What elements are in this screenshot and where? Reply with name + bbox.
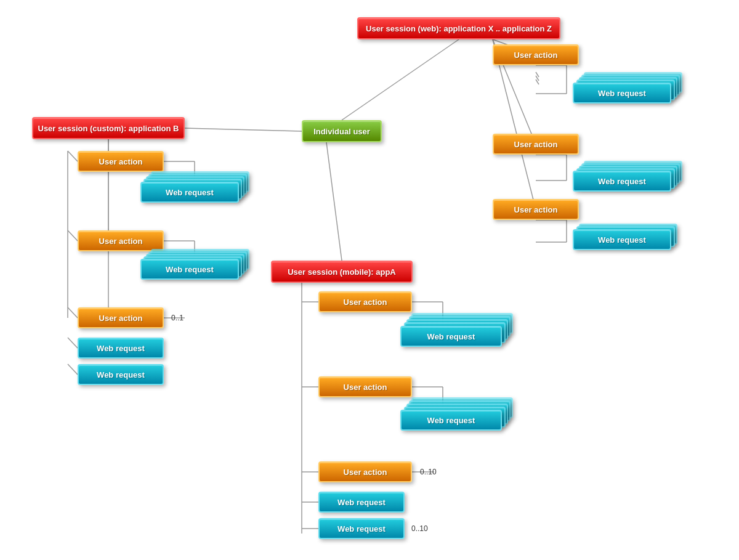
ua-custom2-label: User action [99,237,143,246]
wr-mobile2-front[interactable]: Web request [400,410,502,431]
multiplicity-custom3: 0..1 [171,314,184,322]
session-mobile-label: User session (mobile): appA [288,267,396,277]
wr-mobile2-label: Web request [427,416,475,425]
svg-line-32 [68,338,78,348]
session-web-label: User session (web): application X .. app… [366,24,552,33]
wr-custom3b-label: Web request [97,370,145,379]
svg-line-2 [326,142,342,261]
individual-user-label: Individual user [313,127,370,136]
wr-custom1-label: Web request [166,188,214,197]
ua-web2-label: User action [514,140,558,149]
wr-mobile3a[interactable]: Web request [318,492,405,513]
ua-mobile3-node[interactable]: User action [318,461,412,482]
wr-web2-label: Web request [598,177,646,186]
ua-custom3-label: User action [99,314,143,323]
wr-mobile3b-label: Web request [337,524,386,534]
svg-line-33 [68,364,78,375]
svg-line-9 [536,72,539,77]
ua-custom3-node[interactable]: User action [78,307,164,328]
wr-custom3b[interactable]: Web request [78,364,164,385]
wr-mobile3b[interactable]: Web request [318,518,405,539]
wr-mobile3a-label: Web request [337,498,386,507]
session-web-node[interactable]: User session (web): application X .. app… [357,17,560,39]
svg-line-11 [536,79,539,84]
session-custom-node[interactable]: User session (custom): application B [32,117,185,139]
svg-line-1 [185,128,302,131]
ua-mobile1-label: User action [344,298,387,307]
ua-custom2-node[interactable]: User action [78,230,164,251]
svg-line-10 [536,76,539,81]
ua-custom1-node[interactable]: User action [78,151,164,172]
svg-line-23 [68,230,78,241]
wr-custom1-front[interactable]: Web request [140,182,239,203]
session-custom-label: User session (custom): application B [38,124,179,133]
ua-mobile1-node[interactable]: User action [318,291,412,312]
ua-web3-label: User action [514,205,558,214]
ua-web2-node[interactable]: User action [493,134,579,155]
ua-mobile2-label: User action [344,383,387,392]
session-mobile-node[interactable]: User session (mobile): appA [271,261,413,283]
wr-custom2-front[interactable]: Web request [140,259,239,280]
svg-line-0 [342,39,459,120]
ua-mobile2-node[interactable]: User action [318,376,412,397]
ua-web3-node[interactable]: User action [493,199,579,220]
wr-custom3a[interactable]: Web request [78,338,164,359]
ua-mobile3-label: User action [344,468,387,477]
wr-custom3a-label: Web request [97,344,145,353]
svg-line-22 [68,151,78,161]
ua-custom1-label: User action [99,157,143,166]
wr-web3-label: Web request [598,235,646,245]
wr-web1-front[interactable]: Web request [573,83,671,103]
wr-mobile1-front[interactable]: Web request [400,326,502,347]
ua-web1-label: User action [514,51,558,60]
wr-web2-front[interactable]: Web request [573,171,671,192]
wr-web3-front[interactable]: Web request [573,229,671,250]
wr-custom2-label: Web request [166,265,214,274]
multiplicity-mobile-wr: 0..10 [411,524,428,533]
svg-line-24 [68,307,78,318]
individual-user-node[interactable]: Individual user [302,120,382,142]
wr-web1-label: Web request [598,89,646,98]
ua-web1-node[interactable]: User action [493,44,579,65]
multiplicity-mobile3: 0..10 [420,468,437,476]
wr-mobile1-label: Web request [427,332,475,341]
